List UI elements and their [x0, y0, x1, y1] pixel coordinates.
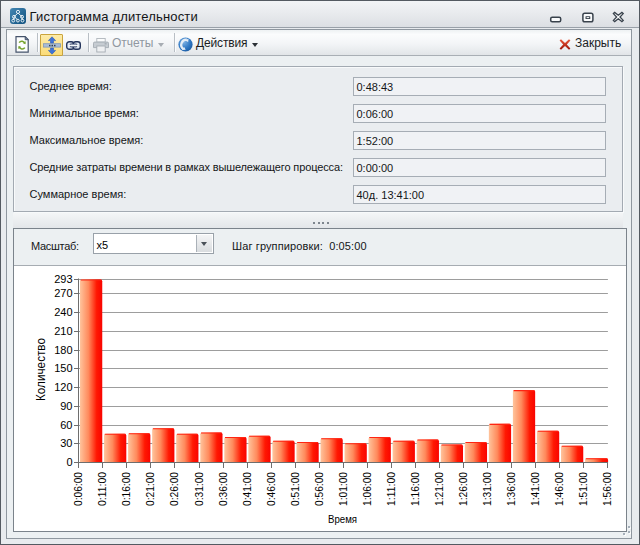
svg-text:1:41:00: 1:41:00 [529, 472, 541, 506]
svg-text:0:11:00: 0:11:00 [96, 472, 108, 506]
svg-text:1:31:00: 1:31:00 [481, 472, 493, 506]
svg-text:1:36:00: 1:36:00 [505, 472, 517, 506]
svg-text:60: 60 [60, 419, 72, 431]
svg-text:180: 180 [54, 344, 72, 356]
svg-text:210: 210 [54, 325, 72, 337]
svg-text:120: 120 [54, 381, 72, 393]
svg-text:30: 30 [60, 437, 72, 449]
svg-text:293: 293 [54, 273, 72, 285]
svg-text:0:41:00: 0:41:00 [241, 472, 253, 506]
svg-text:1:16:00: 1:16:00 [409, 472, 421, 506]
svg-text:0:56:00: 0:56:00 [313, 472, 325, 506]
svg-text:Время: Время [328, 513, 357, 525]
svg-text:Количество: Количество [34, 338, 48, 401]
svg-text:240: 240 [54, 306, 72, 318]
svg-text:1:11:00: 1:11:00 [385, 472, 397, 506]
svg-text:1:26:00: 1:26:00 [457, 472, 469, 506]
svg-text:0:31:00: 0:31:00 [193, 472, 205, 506]
svg-text:1:06:00: 1:06:00 [361, 472, 373, 506]
svg-text:270: 270 [54, 287, 72, 299]
svg-text:1:56:00: 1:56:00 [601, 472, 613, 506]
svg-text:0:46:00: 0:46:00 [265, 472, 277, 506]
svg-text:0:16:00: 0:16:00 [120, 472, 132, 506]
svg-text:1:51:00: 1:51:00 [577, 472, 589, 506]
svg-text:0:51:00: 0:51:00 [289, 472, 301, 506]
svg-text:1:46:00: 1:46:00 [553, 472, 565, 506]
svg-text:90: 90 [60, 400, 72, 412]
svg-text:150: 150 [54, 362, 72, 374]
svg-text:0:26:00: 0:26:00 [168, 472, 180, 506]
svg-text:0:36:00: 0:36:00 [217, 472, 229, 506]
svg-text:0:21:00: 0:21:00 [144, 472, 156, 506]
svg-text:1:21:00: 1:21:00 [433, 472, 445, 506]
svg-text:1:01:00: 1:01:00 [337, 472, 349, 506]
svg-text:0:06:00: 0:06:00 [72, 472, 84, 506]
svg-text:0: 0 [66, 456, 72, 468]
